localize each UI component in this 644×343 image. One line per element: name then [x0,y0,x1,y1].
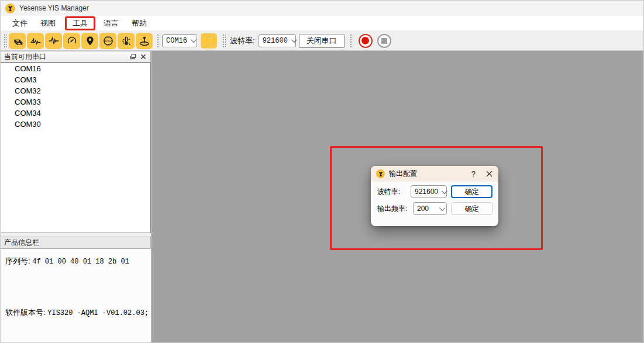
content-area: 当前可用串口 COM16 COM3 COM32 COM33 COM34 COM3… [1,51,643,342]
product-info-body: 序列号: 4f 01 00 40 01 18 2b 01 软件版本号: YIS3… [1,249,151,342]
chevron-down-icon [291,37,297,43]
software-version-line: 软件版本号: YIS320 -AQMI -V01.02.03; [5,307,146,318]
dialog-title: 输出配置 [389,169,466,179]
serial-number-line: 序列号: 4f 01 00 40 01 18 2b 01 [5,256,146,266]
toolbar-grip[interactable] [222,33,226,48]
record-button[interactable] [359,34,373,48]
menu-help[interactable]: 帮助 [126,16,153,30]
toolbar: UTC COM16 ⚡⚡ 波特率: 921600 关闭串口 [1,31,643,51]
serial-number-value: 4f 01 00 40 01 18 2b 01 [32,258,129,266]
chevron-down-icon [442,188,447,194]
annotation-box-tools: 工具 [65,16,95,30]
dialog-rate-select[interactable]: 200 [413,202,447,215]
svg-text:UTC: UTC [105,39,111,43]
dialog-baud-value: 921600 [415,188,438,196]
dialog-rate-value: 200 [417,205,429,213]
menu-view[interactable]: 视图 [35,16,61,30]
toolbar-grip[interactable] [349,33,353,48]
serial-ports-panel: 当前可用串口 COM16 COM3 COM32 COM33 COM34 COM3… [1,51,151,342]
baud-rate-row: 波特率: 921600 确定 [377,185,493,198]
port-list-item[interactable]: COM32 [1,85,150,96]
title-bar: Yesense YIS Manager [1,1,643,16]
menu-language[interactable]: 语言 [98,16,125,30]
menu-tools[interactable]: 工具 [67,17,94,29]
toolbar-grip[interactable] [156,33,160,48]
attitude-pin-icon-button[interactable] [136,33,153,49]
software-version-label: 软件版本号: [5,308,46,317]
ports-list: COM16 COM3 COM32 COM33 COM34 COM30 [1,63,151,233]
dialog-body: 波特率: 921600 确定 输出频率: 200 确定 [371,182,498,215]
chevron-down-icon [439,205,445,211]
dialog-help-button[interactable]: ? [466,169,481,178]
menu-file[interactable]: 文件 [6,16,33,30]
port-list-item[interactable]: COM3 [1,74,150,85]
record-dot-icon [361,37,369,44]
port-list-item[interactable]: COM30 [1,119,150,130]
lightning-icon: ⚡⚡ [201,36,215,45]
close-panel-button[interactable] [138,53,148,61]
port-list-item[interactable]: COM33 [1,96,150,108]
dialog-close-button[interactable] [481,171,494,177]
utc-clock-icon-button[interactable]: UTC [99,33,116,49]
app-window: Yesense YIS Manager 文件 视图 工具 语言 帮助 UTC [0,0,644,343]
gauge-icon-button[interactable] [63,33,80,49]
menu-bar: 文件 视图 工具 语言 帮助 [1,16,643,31]
stop-button[interactable] [377,34,391,48]
chevron-down-icon [191,37,197,43]
port-list-item[interactable]: COM16 [1,63,150,74]
dialog-baud-select[interactable]: 921600 [411,185,447,198]
dialog-rate-label: 输出频率: [377,204,413,214]
pulse-waveform-icon-button[interactable] [45,33,62,49]
dialog-baud-confirm-button[interactable]: 确定 [451,185,493,198]
baud-rate-value: 921600 [263,37,288,45]
port-select-value: COM16 [166,37,187,45]
workspace: 输出配置 ? 波特率: 921600 确定 [151,51,643,342]
cube-3d-icon-button[interactable] [9,33,26,49]
software-version-value: YIS320 -AQMI -V01.02.03; [47,309,149,317]
float-panel-button[interactable] [128,53,138,61]
output-config-dialog: 输出配置 ? 波特率: 921600 确定 [371,166,498,226]
dialog-rate-confirm-button[interactable]: 确定 [451,202,493,215]
serial-number-label: 序列号: [5,257,30,265]
stop-square-icon [381,38,387,44]
port-list-item[interactable]: COM34 [1,108,150,119]
output-rate-row: 输出频率: 200 确定 [377,202,493,215]
window-title: Yesense YIS Manager [19,4,89,12]
refresh-ports-button[interactable]: ⚡⚡ [201,33,217,48]
temperature-icon-button[interactable] [118,33,135,49]
product-info-title: 产品信息栏 [4,238,39,248]
toolbar-grip[interactable] [3,33,7,48]
dialog-title-bar: 输出配置 ? [371,166,498,182]
baud-rate-label: 波特率: [230,36,255,46]
baud-rate-select[interactable]: 921600 [259,34,296,47]
app-logo-icon [5,4,15,13]
product-info-header: 产品信息栏 [1,237,151,249]
ports-panel-header: 当前可用串口 [1,51,151,63]
angle-waveform-icon-button[interactable] [27,33,44,49]
ports-panel-title: 当前可用串口 [4,52,128,62]
close-serial-button[interactable]: 关闭串口 [299,34,345,48]
dialog-baud-label: 波特率: [377,187,411,197]
dialog-logo-icon [376,169,385,178]
port-select[interactable]: COM16 [162,34,197,47]
location-pin-icon-button[interactable] [81,33,98,49]
